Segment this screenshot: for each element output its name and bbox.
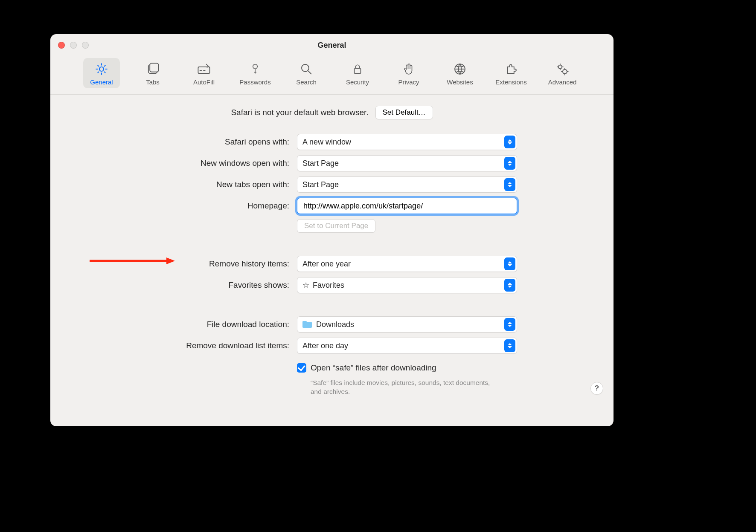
chevron-updown-icon: [504, 279, 515, 292]
tab-security[interactable]: Security: [339, 58, 376, 88]
popup-value: A new window: [302, 138, 351, 147]
tab-tabs[interactable]: Tabs: [134, 58, 171, 88]
set-to-current-page-button[interactable]: Set to Current Page: [297, 219, 375, 233]
label-favorites-shows: Favorites shows:: [50, 280, 289, 290]
safari-opens-with-popup[interactable]: A new window: [297, 134, 517, 150]
remove-history-popup[interactable]: After one year: [297, 256, 517, 272]
chevron-updown-icon: [504, 318, 515, 331]
popup-value: Start Page: [302, 159, 339, 168]
zoom-window-button[interactable]: [82, 42, 89, 49]
preferences-toolbar: General Tabs AutoFill Passwords Search: [50, 56, 614, 95]
autofill-icon: [195, 61, 212, 77]
tab-label: Extensions: [495, 78, 526, 86]
tab-label: Security: [346, 78, 369, 86]
lock-icon: [349, 61, 366, 77]
svg-point-5: [302, 64, 309, 72]
tab-autofill[interactable]: AutoFill: [186, 58, 222, 88]
new-tabs-popup[interactable]: Start Page: [297, 176, 517, 193]
homepage-input[interactable]: [302, 198, 512, 214]
label-remove-download: Remove download list items:: [50, 341, 289, 350]
folder-icon: [302, 321, 312, 328]
puzzle-icon: [503, 61, 520, 77]
tab-privacy[interactable]: Privacy: [390, 58, 427, 88]
svg-rect-2: [150, 63, 158, 72]
open-safe-files-row: Open “safe” files after downloading: [297, 363, 517, 373]
popup-value: Favorites: [313, 281, 344, 290]
chevron-updown-icon: [504, 339, 515, 352]
set-default-button[interactable]: Set Default…: [375, 106, 433, 119]
open-safe-files-label: Open “safe” files after downloading: [311, 363, 436, 373]
svg-point-4: [253, 64, 258, 69]
label-new-windows: New windows open with:: [50, 159, 289, 168]
label-opens-with: Safari opens with:: [50, 137, 289, 147]
gear-icon: [93, 61, 110, 77]
tab-label: AutoFill: [193, 78, 215, 86]
svg-rect-6: [355, 69, 361, 74]
remove-download-popup[interactable]: After one day: [297, 338, 517, 354]
homepage-field-wrap: [297, 198, 517, 214]
hand-icon: [400, 61, 417, 77]
download-location-popup[interactable]: Downloads: [297, 316, 517, 332]
help-button[interactable]: ?: [590, 382, 603, 395]
label-homepage: Homepage:: [50, 201, 289, 211]
tab-label: Advanced: [548, 78, 577, 86]
label-remove-history: Remove history items:: [50, 259, 289, 269]
tab-passwords[interactable]: Passwords: [237, 58, 273, 88]
chevron-updown-icon: [504, 257, 515, 270]
search-icon: [298, 61, 315, 77]
svg-point-9: [563, 69, 567, 74]
popup-value: After one year: [302, 260, 351, 269]
tab-advanced[interactable]: Advanced: [544, 58, 581, 88]
titlebar: General: [50, 34, 614, 56]
chevron-updown-icon: [504, 178, 515, 191]
key-icon: [247, 61, 264, 77]
window-controls: [58, 42, 89, 49]
general-pane: Safari is not your default web browser. …: [50, 95, 614, 403]
default-browser-message: Safari is not your default web browser.: [231, 108, 368, 117]
tabs-icon: [144, 61, 161, 77]
tab-label: Tabs: [146, 78, 160, 86]
tab-search[interactable]: Search: [288, 58, 325, 88]
svg-point-8: [558, 65, 562, 69]
tab-label: Websites: [447, 78, 473, 86]
gears-icon: [554, 61, 571, 77]
tab-label: Passwords: [239, 78, 270, 86]
window-title: General: [50, 34, 614, 56]
minimize-window-button[interactable]: [70, 42, 77, 49]
open-safe-files-checkbox[interactable]: [297, 363, 306, 373]
star-icon: ☆: [302, 280, 309, 290]
tab-label: Search: [296, 78, 317, 86]
label-download-location: File download location:: [50, 320, 289, 329]
popup-value: After one day: [302, 341, 348, 350]
tab-websites[interactable]: Websites: [442, 58, 478, 88]
tab-extensions[interactable]: Extensions: [493, 58, 529, 88]
preferences-window: General General Tabs AutoFill Passwords: [50, 34, 614, 426]
label-new-tabs: New tabs open with:: [50, 180, 289, 189]
chevron-updown-icon: [504, 157, 515, 170]
new-windows-popup[interactable]: Start Page: [297, 155, 517, 171]
chevron-updown-icon: [504, 136, 515, 148]
tab-label: General: [90, 78, 113, 86]
safe-files-help: “Safe” files include movies, pictures, s…: [297, 379, 517, 396]
globe-icon: [451, 61, 468, 77]
favorites-shows-popup[interactable]: ☆ Favorites: [297, 277, 517, 293]
default-browser-row: Safari is not your default web browser. …: [50, 106, 614, 119]
tab-label: Privacy: [398, 78, 419, 86]
popup-value: Start Page: [302, 180, 339, 189]
popup-value: Downloads: [316, 320, 354, 329]
tab-general[interactable]: General: [83, 58, 120, 88]
svg-point-0: [99, 67, 104, 71]
close-window-button[interactable]: [58, 42, 65, 49]
